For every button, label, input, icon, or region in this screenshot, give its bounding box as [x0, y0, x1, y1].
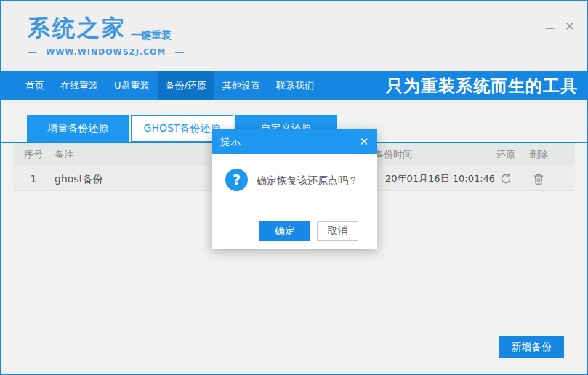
app-logo-suffix: 一键重装: [131, 29, 172, 42]
minimize-icon: —: [545, 23, 555, 33]
row-note: ghost备份: [55, 166, 103, 191]
refresh-icon: [499, 172, 512, 185]
nav-item-backup-restore[interactable]: 备份/还原: [158, 71, 214, 100]
confirm-dialog: 提示 ✕ ? 确定恢复该还原点吗？ 确定 取消: [212, 129, 377, 249]
question-icon: ?: [225, 169, 248, 191]
delete-button[interactable]: [517, 166, 560, 191]
dash-right: —: [174, 47, 184, 57]
nav-slogan: 只为重装系统而生的工具: [386, 71, 587, 100]
titlebar: 系统之家 一键重装 — WWW.WINDOWSZJ.COM — — ✕: [1, 1, 587, 71]
new-backup-button[interactable]: 新增备份: [499, 336, 564, 358]
website-url: WWW.WINDOWSZJ.COM: [46, 47, 166, 57]
dialog-close-button[interactable]: ✕: [359, 135, 368, 148]
nav-item-other-settings[interactable]: 其他设置: [214, 71, 268, 100]
nav-item-home[interactable]: 首页: [17, 71, 52, 100]
row-index: 1: [19, 166, 48, 191]
tab-incremental-backup[interactable]: 增量备份还原: [27, 115, 129, 142]
dialog-title: 提示: [220, 135, 241, 148]
nav-item-online-reinstall[interactable]: 在线重装: [52, 71, 106, 100]
dialog-message: 确定恢复该还原点吗？: [257, 174, 358, 188]
dialog-body: ? 确定恢复该还原点吗？ 确定 取消: [212, 154, 377, 249]
row-backup-time: 20年01月16日 10:01:46: [385, 166, 495, 191]
dialog-titlebar: 提示 ✕: [212, 129, 377, 154]
dialog-close-icon: ✕: [359, 135, 368, 148]
website-line: — WWW.WINDOWSZJ.COM —: [28, 47, 184, 57]
col-header-note: 备注: [55, 143, 73, 166]
minimize-button[interactable]: —: [545, 23, 555, 33]
app-window: 系统之家 一键重装 — WWW.WINDOWSZJ.COM — — ✕ 首页 在…: [0, 0, 588, 375]
trash-icon: [533, 173, 544, 185]
nav-item-usb-reinstall[interactable]: U盘重装: [106, 71, 158, 100]
main-nav: 首页 在线重装 U盘重装 备份/还原 其他设置 联系我们 只为重装系统而生的工具: [1, 71, 587, 100]
close-icon: ✕: [565, 19, 575, 33]
col-header-no: 序号: [19, 143, 48, 166]
nav-item-contact-us[interactable]: 联系我们: [268, 71, 322, 100]
confirm-cancel-button[interactable]: 取消: [317, 221, 358, 241]
dash-left: —: [28, 47, 37, 57]
window-close-button[interactable]: ✕: [565, 20, 575, 33]
confirm-ok-button[interactable]: 确定: [259, 221, 310, 241]
app-logo: 系统之家: [28, 13, 126, 44]
col-header-delete: 删除: [517, 143, 560, 166]
